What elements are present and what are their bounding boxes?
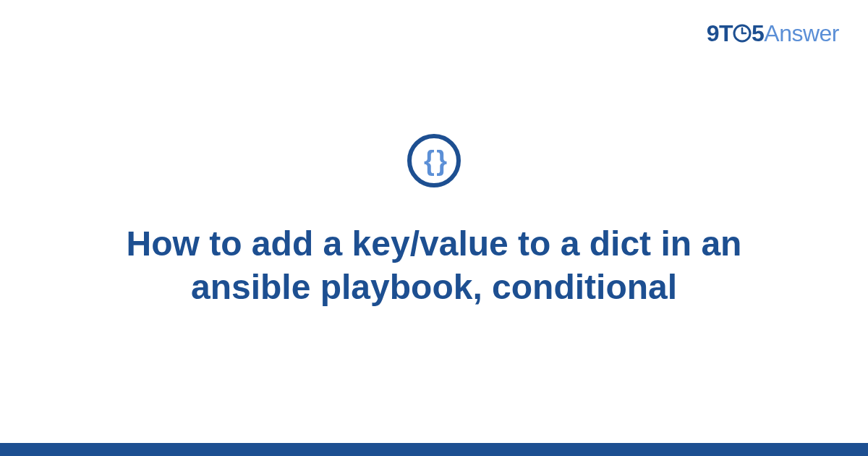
question-title: How to add a key/value to a dict in an a… <box>72 222 796 309</box>
category-badge: { } <box>407 134 461 187</box>
main-content: { } How to add a key/value to a dict in … <box>0 0 868 443</box>
footer-bar <box>0 443 868 456</box>
code-braces-icon: { } <box>424 145 444 177</box>
